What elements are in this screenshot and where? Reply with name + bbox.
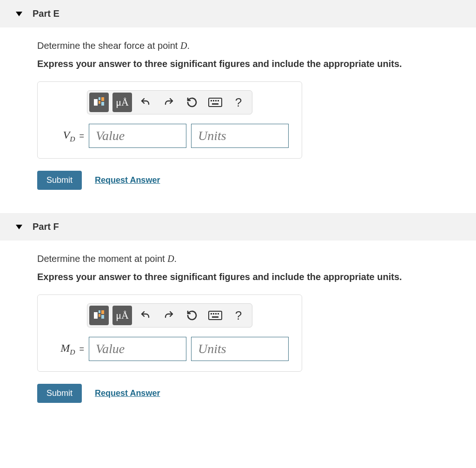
svg-rect-18 [213, 313, 214, 314]
svg-rect-20 [218, 313, 219, 314]
units-input-e[interactable] [191, 124, 289, 148]
units-input-f[interactable] [191, 337, 289, 361]
prompt-var: D [167, 254, 174, 264]
template-icon[interactable] [89, 93, 109, 112]
value-input-f[interactable] [89, 337, 186, 361]
svg-rect-19 [215, 313, 217, 314]
part-f-header[interactable]: Part F [0, 213, 476, 241]
part-e: Part E Determine the shear force at poin… [0, 0, 476, 194]
part-f-body: Determine the moment at point D. Express… [0, 241, 476, 408]
part-e-body: Determine the shear force at point D. Ex… [0, 27, 476, 194]
submit-button-f[interactable]: Submit [37, 384, 82, 403]
units-symbol-icon[interactable]: μÅ [112, 306, 132, 325]
variable-label-f: MD = [47, 342, 84, 356]
help-icon[interactable]: ? [229, 93, 248, 112]
undo-icon[interactable] [136, 306, 155, 325]
redo-icon[interactable] [159, 93, 178, 112]
input-row-f: MD = [47, 337, 292, 361]
svg-rect-17 [211, 313, 212, 314]
units-symbol-icon[interactable]: μÅ [112, 93, 132, 112]
request-answer-link-e[interactable]: Request Answer [95, 175, 160, 185]
svg-rect-13 [99, 314, 100, 317]
prompt-pre: Determine the moment at point [37, 254, 167, 264]
variable-label-e: VD = [47, 129, 84, 143]
redo-icon[interactable] [159, 306, 178, 325]
answer-box-f: μÅ ? MD = [37, 294, 302, 372]
part-f-prompt: Determine the moment at point D. [37, 254, 467, 264]
keyboard-icon[interactable] [205, 93, 225, 112]
part-e-title: Part E [33, 8, 60, 19]
svg-rect-2 [99, 101, 100, 104]
actions-e: Submit Request Answer [37, 171, 467, 190]
prompt-post: . [187, 40, 190, 51]
input-row-e: VD = [47, 124, 292, 148]
reset-icon[interactable] [182, 306, 202, 325]
svg-rect-3 [101, 97, 104, 101]
answer-box-e: μÅ ? VD = [37, 81, 302, 159]
submit-button-e[interactable]: Submit [37, 171, 82, 190]
part-e-instruction: Express your answer to three significant… [37, 59, 467, 69]
toolbar-f: μÅ ? [87, 303, 252, 328]
actions-f: Submit Request Answer [37, 384, 467, 403]
svg-rect-9 [218, 100, 219, 101]
undo-icon[interactable] [136, 93, 155, 112]
template-icon[interactable] [89, 306, 109, 325]
svg-rect-4 [101, 102, 104, 106]
keyboard-icon[interactable] [205, 306, 225, 325]
part-e-header[interactable]: Part E [0, 0, 476, 27]
prompt-post: . [174, 254, 177, 264]
svg-rect-16 [209, 311, 222, 320]
prompt-var: D [180, 40, 187, 51]
part-f: Part F Determine the moment at point D. … [0, 213, 476, 408]
svg-rect-12 [99, 310, 100, 313]
svg-rect-15 [101, 315, 104, 319]
svg-rect-7 [213, 100, 214, 101]
svg-rect-0 [94, 99, 98, 106]
part-e-prompt: Determine the shear force at point D. [37, 40, 467, 51]
svg-rect-10 [212, 103, 218, 105]
svg-rect-14 [101, 310, 104, 314]
part-f-instruction: Express your answer to three significant… [37, 272, 467, 282]
prompt-pre: Determine the shear force at point [37, 40, 180, 51]
svg-rect-21 [212, 316, 218, 318]
part-f-title: Part F [33, 221, 59, 232]
request-answer-link-f[interactable]: Request Answer [95, 388, 160, 398]
reset-icon[interactable] [182, 93, 202, 112]
help-icon[interactable]: ? [229, 306, 248, 325]
svg-rect-6 [211, 100, 212, 101]
svg-rect-8 [215, 100, 217, 101]
value-input-e[interactable] [89, 124, 186, 148]
svg-rect-1 [99, 97, 100, 100]
toolbar-e: μÅ ? [87, 90, 252, 114]
svg-rect-5 [209, 98, 222, 107]
svg-rect-11 [94, 312, 98, 319]
caret-down-icon [16, 225, 22, 229]
caret-down-icon [16, 12, 22, 16]
